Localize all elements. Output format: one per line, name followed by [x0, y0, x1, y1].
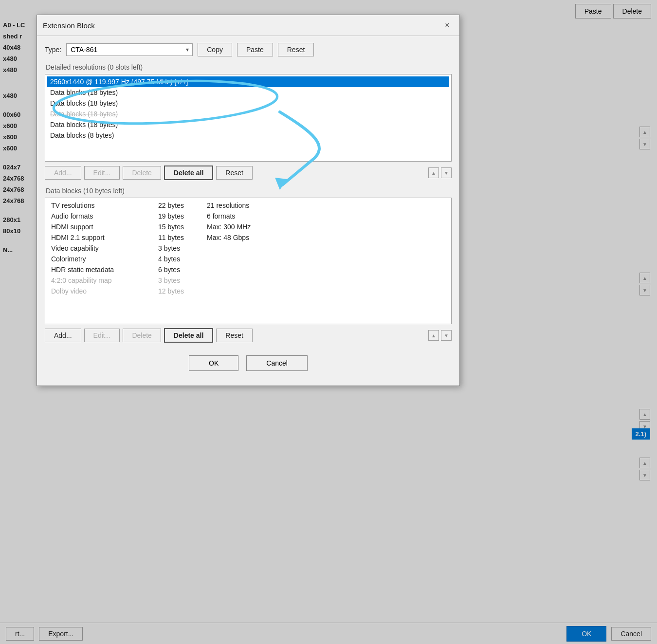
dialog-title: Extension Block [43, 21, 95, 30]
list-item-resolution-2[interactable]: Data blocks (18 bytes) [47, 98, 449, 109]
data-blocks-btn-row: Add... Edit... Delete Delete all Reset ▲… [45, 328, 452, 343]
type-row: Type: CTA-861 DisplayID Copy Paste Reset [45, 43, 452, 56]
db-info-7 [207, 276, 445, 284]
db-size-2: 15 bytes [158, 223, 207, 231]
res-delete-button[interactable]: Delete [123, 166, 161, 180]
type-select-wrap: CTA-861 DisplayID [66, 43, 193, 56]
db-size-0: 22 bytes [158, 202, 207, 209]
db-delete-button[interactable]: Delete [123, 329, 161, 342]
db-down-arrow[interactable]: ▼ [441, 330, 452, 341]
db-size-6: 6 bytes [158, 266, 207, 274]
data-block-row-2[interactable]: HDMI support 15 bytes Max: 300 MHz [49, 221, 447, 232]
dialog-titlebar: Extension Block × [37, 15, 459, 36]
list-item-resolution-0[interactable]: 2560x1440 @ 119.997 Hz (497.75 MHz) [+/+… [47, 76, 449, 87]
db-delete-all-button[interactable]: Delete all [164, 328, 213, 343]
list-item-resolution-4[interactable]: Data blocks (18 bytes) [47, 119, 449, 130]
db-reset-button[interactable]: Reset [216, 329, 253, 342]
db-info-5 [207, 255, 445, 263]
data-block-row-8[interactable]: Dolby video 12 bytes [49, 286, 447, 296]
db-info-3: Max: 48 Gbps [207, 234, 445, 241]
extension-block-dialog: Extension Block × Type: CTA-861 DisplayI… [36, 15, 460, 386]
reset-top-button[interactable]: Reset [278, 43, 314, 56]
db-name-1: Audio formats [51, 212, 158, 220]
db-info-2: Max: 300 MHz [207, 223, 445, 231]
res-edit-button[interactable]: Edit... [84, 166, 120, 180]
db-name-7: 4:2:0 capability map [51, 276, 158, 284]
resolutions-btn-row: Add... Edit... Delete Delete all Reset ▲… [45, 166, 452, 180]
dialog-ok-button[interactable]: OK [189, 355, 238, 371]
data-block-row-0[interactable]: TV resolutions 22 bytes 21 resolutions [49, 200, 447, 211]
db-size-7: 3 bytes [158, 276, 207, 284]
db-size-5: 4 bytes [158, 255, 207, 263]
dialog-footer: OK Cancel [45, 350, 452, 379]
db-info-1: 6 formats [207, 212, 445, 220]
data-block-row-6[interactable]: HDR static metadata 6 bytes [49, 264, 447, 275]
db-arrows: ▲ ▼ [428, 330, 452, 341]
db-info-6 [207, 266, 445, 274]
res-reset-button[interactable]: Reset [216, 166, 253, 180]
res-arrows: ▲ ▼ [428, 167, 452, 178]
dialog-body: Type: CTA-861 DisplayID Copy Paste Reset… [37, 36, 459, 386]
db-up-arrow[interactable]: ▲ [428, 330, 439, 341]
db-info-4 [207, 244, 445, 252]
db-name-0: TV resolutions [51, 202, 158, 209]
paste-button[interactable]: Paste [237, 43, 273, 56]
db-size-1: 19 bytes [158, 212, 207, 220]
res-up-arrow[interactable]: ▲ [428, 167, 439, 178]
db-edit-button[interactable]: Edit... [84, 329, 120, 342]
db-size-8: 12 bytes [158, 287, 207, 295]
data-block-row-5[interactable]: Colorimetry 4 bytes [49, 254, 447, 264]
data-blocks-section: Data blocks (10 bytes left) TV resolutio… [45, 187, 452, 343]
db-name-2: HDMI support [51, 223, 158, 231]
db-size-4: 3 bytes [158, 244, 207, 252]
resolutions-list[interactable]: 2560x1440 @ 119.997 Hz (497.75 MHz) [+/+… [45, 74, 452, 162]
db-name-5: Colorimetry [51, 255, 158, 263]
res-down-arrow[interactable]: ▼ [441, 167, 452, 178]
data-block-row-4[interactable]: Video capability 3 bytes [49, 243, 447, 254]
db-size-3: 11 bytes [158, 234, 207, 241]
db-info-0: 21 resolutions [207, 202, 445, 209]
db-info-8 [207, 287, 445, 295]
db-add-button[interactable]: Add... [45, 329, 81, 342]
detailed-resolutions-header: Detailed resolutions (0 slots left) [45, 63, 452, 71]
db-name-3: HDMI 2.1 support [51, 234, 158, 241]
list-item-resolution-3[interactable]: Data blocks (18 bytes) [47, 109, 449, 119]
data-blocks-list[interactable]: TV resolutions 22 bytes 21 resolutions A… [45, 198, 452, 324]
res-add-button[interactable]: Add... [45, 166, 81, 180]
type-select[interactable]: CTA-861 DisplayID [66, 43, 193, 56]
list-item-resolution-1[interactable]: Data blocks (18 bytes) [47, 87, 449, 98]
data-block-row-3[interactable]: HDMI 2.1 support 11 bytes Max: 48 Gbps [49, 232, 447, 243]
type-label: Type: [45, 46, 61, 54]
db-name-6: HDR static metadata [51, 266, 158, 274]
list-item-resolution-5[interactable]: Data blocks (8 bytes) [47, 130, 449, 141]
data-block-row-7[interactable]: 4:2:0 capability map 3 bytes [49, 275, 447, 286]
data-block-row-1[interactable]: Audio formats 19 bytes 6 formats [49, 211, 447, 221]
res-delete-all-button[interactable]: Delete all [164, 166, 213, 180]
dialog-close-button[interactable]: × [441, 19, 454, 32]
db-name-4: Video capability [51, 244, 158, 252]
dialog-cancel-button[interactable]: Cancel [246, 355, 308, 371]
db-name-8: Dolby video [51, 287, 158, 295]
copy-button[interactable]: Copy [198, 43, 232, 56]
data-blocks-header: Data blocks (10 bytes left) [45, 187, 452, 195]
